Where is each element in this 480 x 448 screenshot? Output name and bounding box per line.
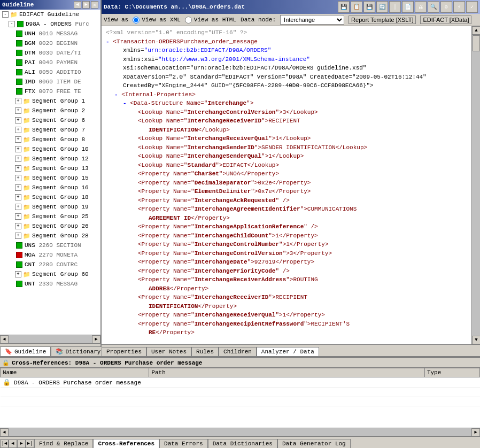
expand-icon-sg16[interactable]: + — [15, 184, 21, 191]
nav-next-btn[interactable]: ► — [17, 439, 26, 448]
tab-rules[interactable]: Rules — [191, 347, 219, 356]
tree-item-sg6[interactable]: + 📁 Segment Group 6 — [0, 115, 100, 125]
nav-first-btn[interactable]: |◄ — [0, 439, 9, 448]
tree-item-sg8[interactable]: + 📁 Segment Group 8 — [0, 135, 100, 144]
tree-item-sg26[interactable]: + 📁 Segment Group 26 — [0, 221, 100, 231]
toolbar-icon-7[interactable]: 🖨 — [415, 1, 427, 13]
tab-analyzer-data[interactable]: Analyzer / Data — [257, 347, 319, 356]
hscroll-right-btn[interactable]: ► — [92, 335, 100, 344]
tree-item-sg7[interactable]: + 📁 Segment Group 7 — [0, 125, 100, 135]
tree-item-sg1[interactable]: + 📁 Segment Group 1 — [0, 96, 100, 106]
bottom-hscroll-left[interactable]: ◄ — [0, 428, 9, 437]
tab-find-replace[interactable]: Find & Replace — [34, 439, 93, 448]
expand-icon-sg12[interactable]: + — [15, 156, 21, 162]
tree-item-bgm[interactable]: BGM 0020 BEGINN — [0, 38, 100, 48]
toolbar-icon-9[interactable]: ⚙ — [440, 1, 452, 13]
tree-item-edifact[interactable]: - 📁 EDIFACT Guideline — [0, 10, 100, 19]
vscroll-track[interactable] — [472, 35, 480, 336]
expand-icon-sg8[interactable]: + — [15, 136, 21, 143]
report-template-btn[interactable]: Report Template [XSLT] — [349, 16, 416, 24]
guideline-close-btn[interactable]: ✕ — [91, 1, 98, 9]
collapse-ds[interactable]: - — [123, 100, 127, 106]
tree-item-sg28[interactable]: + 📁 Segment Group 28 — [0, 231, 100, 241]
tree-item-imd[interactable]: IMD 0060 ITEM DE — [0, 77, 100, 87]
vscroll-up-btn[interactable]: ▲ — [472, 26, 480, 35]
toolbar-icon-5[interactable]: | — [389, 1, 401, 13]
expand-icon-sg10[interactable]: + — [15, 146, 21, 152]
expand-icon-sg60[interactable]: + — [15, 271, 21, 277]
tab-properties[interactable]: Properties — [102, 347, 146, 356]
bottom-hscroll-track[interactable] — [9, 428, 471, 437]
tab-cross-references[interactable]: Cross-References — [93, 439, 159, 448]
expand-icon-sg2[interactable]: + — [15, 107, 21, 114]
expand-icon-sg6[interactable]: + — [15, 117, 21, 123]
tree-item-sg16[interactable]: + 📁 Segment Group 16 — [0, 183, 100, 192]
expand-icon-sg1[interactable]: + — [15, 98, 21, 104]
xml-radio-input[interactable] — [133, 17, 140, 24]
guideline-fwd-btn[interactable]: ► — [82, 1, 90, 9]
toolbar-icon-1[interactable]: 💾 — [338, 1, 350, 13]
data-node-select[interactable]: Interchange Transaction Segment — [280, 15, 344, 25]
tab-data-errors[interactable]: Data Errors — [159, 439, 208, 448]
tree-item-sg18[interactable]: + 📁 Segment Group 18 — [0, 192, 100, 202]
toolbar-icon-3[interactable]: 💾 — [363, 1, 375, 13]
expand-icon-sg25[interactable]: + — [15, 213, 21, 220]
vscroll-down-btn[interactable]: ▼ — [472, 336, 480, 344]
hscroll-track[interactable] — [9, 335, 92, 344]
toolbar-icon-2[interactable]: 📋 — [351, 1, 362, 13]
guideline-back-btn[interactable]: ◄ — [74, 1, 81, 9]
tree-item-sg2[interactable]: + 📁 Segment Group 2 — [0, 106, 100, 115]
expand-icon-sg26[interactable]: + — [15, 223, 21, 229]
tree-item-pai[interactable]: PAI 0040 PAYMEN — [0, 58, 100, 67]
edifact-xdata-btn[interactable]: EDIFACT [XData] — [420, 16, 471, 24]
expand-icon-sg15[interactable]: + — [15, 175, 21, 181]
view-as-html-radio[interactable]: View as HTML — [185, 17, 236, 24]
toolbar-icon-6[interactable]: 📄 — [402, 1, 414, 13]
expand-icon-sg18[interactable]: + — [15, 194, 21, 200]
tab-user-notes[interactable]: User Notes — [146, 347, 191, 356]
nav-last-btn[interactable]: ►| — [26, 439, 34, 448]
tree-item-ftx[interactable]: FTX 0070 FREE TE — [0, 87, 100, 96]
collapse-transaction[interactable]: - — [106, 38, 110, 45]
html-radio-input[interactable] — [185, 17, 192, 24]
tab-data-dictionaries[interactable]: Data Dictionaries — [208, 439, 277, 448]
tab-children[interactable]: Children — [219, 347, 257, 356]
tree-item-uns[interactable]: UNS 2260 SECTION — [0, 241, 100, 250]
tree-item-sg60[interactable]: + 📁 Segment Group 60 — [0, 269, 100, 279]
tab-guideline[interactable]: 🔖 Guideline — [0, 346, 51, 356]
tree-item-sg15[interactable]: + 📁 Segment Group 15 — [0, 173, 100, 183]
tree-item-sg12[interactable]: + 📁 Segment Group 12 — [0, 154, 100, 164]
tree-item-moa[interactable]: MOA 2270 MONETA — [0, 250, 100, 260]
left-hscrollbar[interactable]: ◄ ► — [0, 335, 100, 343]
nav-prev-btn[interactable]: ◄ — [9, 439, 17, 448]
tree-item-d98a[interactable]: - D98A - ORDERS Purc — [0, 19, 100, 29]
tab-dictionary[interactable]: 📚 Dictionary — [51, 346, 105, 356]
tree-item-sg19[interactable]: + 📁 Segment Group 19 — [0, 202, 100, 212]
expand-icon-d98a[interactable]: - — [9, 21, 15, 27]
expand-icon-sg7[interactable]: + — [15, 127, 21, 133]
toolbar-icon-11[interactable]: ✓ — [466, 1, 478, 13]
vscroll-thumb[interactable] — [473, 35, 480, 51]
toolbar-icon-4[interactable]: 🔄 — [376, 1, 388, 13]
xml-vscrollbar[interactable]: ▲ ▼ — [471, 26, 480, 344]
collapse-internal[interactable]: - — [114, 91, 118, 98]
table-row[interactable]: 🔒 D98A - ORDERS Purchase order message — [1, 377, 480, 388]
toolbar-icon-8[interactable]: 🔍 — [428, 1, 439, 13]
bottom-hscroll-right[interactable]: ► — [471, 428, 480, 437]
tree-item-unh[interactable]: UNH 0010 MESSAG — [0, 29, 100, 38]
tree-item-dtm[interactable]: DTM 0030 DATE/TI — [0, 48, 100, 58]
expand-icon-edifact[interactable]: - — [2, 11, 9, 18]
tree-item-sg10[interactable]: + 📁 Segment Group 10 — [0, 144, 100, 154]
tree-item-cnt[interactable]: CNT 2280 CONTRC — [0, 260, 100, 269]
tab-data-generator-log[interactable]: Data Generator Log — [277, 439, 351, 448]
toolbar-icon-10[interactable]: ⚡ — [453, 1, 465, 13]
tree-item-ali[interactable]: ALI 0050 ADDITIO — [0, 67, 100, 77]
hscroll-left-btn[interactable]: ◄ — [0, 335, 9, 344]
expand-icon-sg28[interactable]: + — [15, 233, 21, 239]
tree-item-sg25[interactable]: + 📁 Segment Group 25 — [0, 212, 100, 221]
tree-item-unt[interactable]: UNT 2330 MESSAG — [0, 279, 100, 289]
view-as-xml-radio[interactable]: View as XML — [133, 17, 181, 24]
expand-icon-sg13[interactable]: + — [15, 165, 21, 172]
tree-item-sg13[interactable]: + 📁 Segment Group 13 — [0, 164, 100, 173]
bottom-hscrollbar[interactable]: ◄ ► — [0, 428, 480, 436]
